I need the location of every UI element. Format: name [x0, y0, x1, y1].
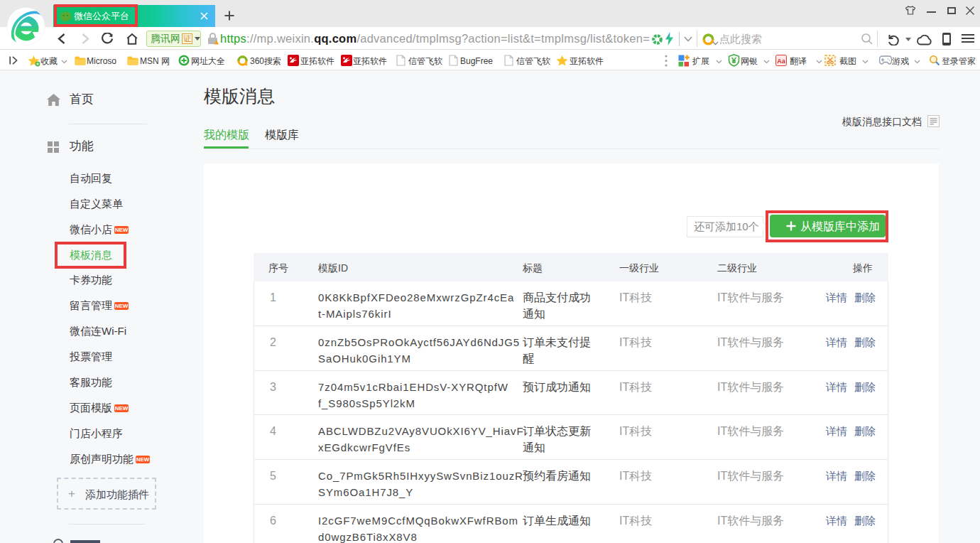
svg-text:Aa: Aa — [777, 58, 785, 65]
